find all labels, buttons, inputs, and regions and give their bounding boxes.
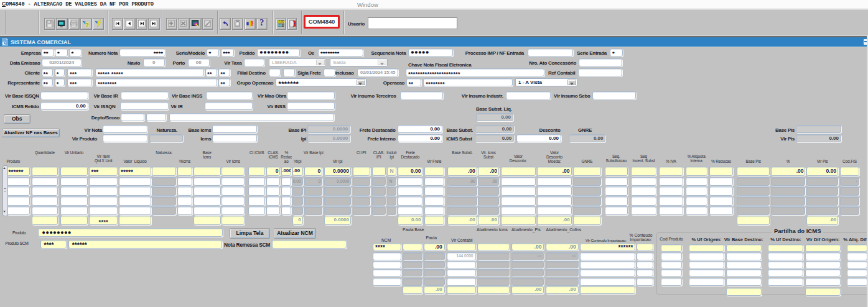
svg-text:Mov: Mov bbox=[278, 20, 286, 24]
